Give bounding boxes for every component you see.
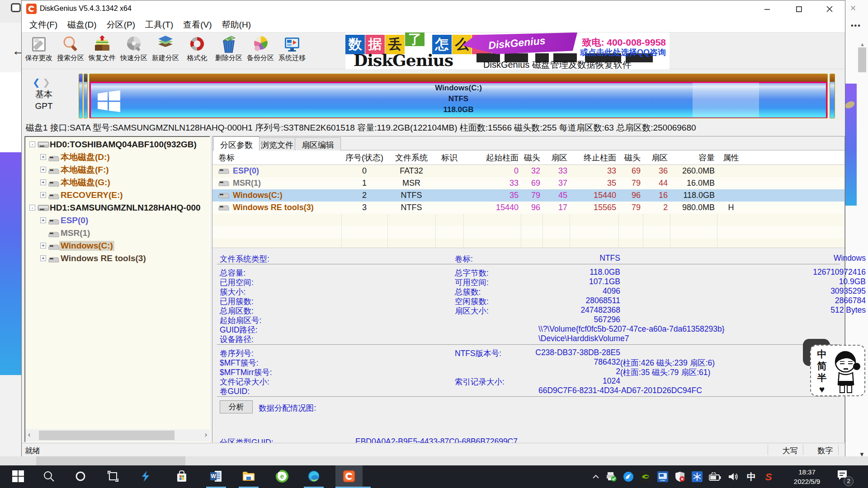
toolbar-system-migrate[interactable]: 系统迁移 xyxy=(277,34,307,68)
scrollbar-thumb[interactable] xyxy=(858,47,866,72)
partition-table: 卷标序号(状态)文件系统标识起始柱面磁头扇区终止柱面磁头扇区容量属性ESP(0)… xyxy=(212,150,844,248)
tree-expander-icon[interactable]: + xyxy=(40,179,46,185)
background-window-left: ← xyxy=(0,0,21,456)
toolbar-new-partition[interactable]: 新建分区 xyxy=(150,34,181,68)
tree-item-hd0-toshibamq04abf100-932gb-[interactable]: -HD0:TOSHIBAMQ04ABF100(932GB) xyxy=(25,138,210,151)
ime-status-widget[interactable]: 中简半♥ xyxy=(810,345,865,396)
taskbar-word-icon[interactable]: W xyxy=(203,465,230,487)
tree-expander-icon[interactable]: + xyxy=(40,192,46,198)
tray-chevron-up-icon[interactable] xyxy=(592,473,599,480)
tree-item-windows-c-[interactable]: +Windows(C:) xyxy=(25,239,210,252)
partition-icon xyxy=(48,192,59,202)
scroll-right-icon[interactable]: › xyxy=(205,431,207,439)
scrollbar-up-icon[interactable]: ▲ xyxy=(860,42,865,47)
tab-2[interactable]: 扇区编辑 xyxy=(295,137,341,150)
taskbar-explorer-icon[interactable] xyxy=(235,465,262,487)
tree-horizontal-scrollbar[interactable]: ‹ › xyxy=(25,429,210,441)
tree-item--f-[interactable]: +本地磁盘(F:) xyxy=(25,164,210,176)
taskbar-start-icon[interactable] xyxy=(5,465,32,487)
system-migrate-icon xyxy=(277,35,307,53)
minimize-button[interactable] xyxy=(754,0,780,18)
tray-defender-icon[interactable] xyxy=(675,471,685,482)
tree-expander-icon[interactable]: - xyxy=(29,205,35,211)
table-row-esp-0-[interactable]: ESP(0)0FAT3203233336936260.0MB xyxy=(212,165,844,177)
tray-intel-icon[interactable]: intel xyxy=(657,471,668,482)
menu-bar: 文件(F)磁盘(D)分区(P)工具(T)查看(V)帮助(H) xyxy=(22,18,845,32)
taskbar-clock[interactable]: 18:372022/5/9 xyxy=(784,467,830,486)
menu-5[interactable]: 帮助(H) xyxy=(217,17,256,33)
tree-expander-icon[interactable]: + xyxy=(40,154,46,160)
tree-item-recovery-e-[interactable]: +RECOVERY(E:) xyxy=(25,189,210,202)
partition-block-winre[interactable] xyxy=(830,74,835,118)
detail-row: 总扇区数:247482368扇区大小:512 Bytes xyxy=(212,305,844,315)
menu-1[interactable]: 磁盘(D) xyxy=(62,17,101,33)
taskbar-taskview-icon[interactable] xyxy=(99,465,127,487)
detail-row: 总容量:118.0GB总字节数:126710972416 xyxy=(212,267,844,277)
partition-block-esp[interactable] xyxy=(79,74,83,118)
tree-expander-icon[interactable]: + xyxy=(40,255,46,261)
menu-0[interactable]: 文件(F) xyxy=(24,17,62,33)
scroll-left-icon[interactable]: ‹ xyxy=(28,431,30,439)
tray-nvidia-icon[interactable] xyxy=(640,471,651,482)
toolbar-quick-partition[interactable]: 快速分区 xyxy=(118,34,149,68)
taskbar-bolt-icon[interactable] xyxy=(132,465,159,487)
taskbar-cortana-icon[interactable] xyxy=(67,465,94,487)
partition-icon xyxy=(48,217,59,227)
table-row-windows-re-tools-3-[interactable]: Windows RE tools(3)3NTFS1544096171556579… xyxy=(212,202,844,214)
menu-3[interactable]: 工具(T) xyxy=(140,17,178,33)
analyze-button[interactable]: 分析 xyxy=(220,400,253,413)
num-indicator: 数字 xyxy=(808,446,842,456)
taskbar-edge-icon[interactable] xyxy=(300,465,327,487)
partition-icon xyxy=(218,205,229,211)
tray-battery-icon[interactable] xyxy=(709,472,722,481)
tab-0[interactable]: 分区参数 xyxy=(213,136,259,150)
taskbar-diskgenius-icon[interactable] xyxy=(335,465,363,487)
tree-item-esp-0-[interactable]: +ESP(0) xyxy=(25,214,210,227)
detail-row: 文件系统类型:NTFS卷标:Windows xyxy=(212,253,844,263)
maximize-button[interactable] xyxy=(786,0,812,18)
toolbar-recover-files[interactable]: 恢复文件 xyxy=(87,34,118,68)
disk-tree-panel: -HD0:TOSHIBAMQ04ABF100(932GB)+本地磁盘(D:)+本… xyxy=(24,136,210,442)
tray-speaker-icon[interactable] xyxy=(728,472,740,482)
banner-qq-link[interactable]: 或点击此处选择QQ咨询 xyxy=(580,47,666,58)
partition-block-msr[interactable] xyxy=(84,74,88,118)
partition-icon xyxy=(48,179,59,189)
tab-1[interactable]: 浏览文件 xyxy=(254,137,300,150)
tree-item--g-[interactable]: +本地磁盘(G:) xyxy=(25,176,210,189)
menu-4[interactable]: 查看(V) xyxy=(178,17,217,33)
tray-printer-icon[interactable] xyxy=(606,472,617,482)
toolbar-backup-partition[interactable]: 备份分区 xyxy=(245,34,276,68)
tree-item-hd1-samsungmznln128hahq-000[interactable]: -HD1:SAMSUNGMZNLN128HAHQ-000 xyxy=(25,202,210,214)
taskbar-ie-icon[interactable]: e xyxy=(269,465,296,487)
toolbar-search-partition[interactable]: 搜索分区 xyxy=(55,34,86,68)
toolbar-delete-partition[interactable]: 删除分区 xyxy=(213,34,244,68)
backup-partition-icon xyxy=(245,35,276,53)
tree-scroll-thumb[interactable] xyxy=(39,431,175,440)
detail-row: $MFTMirr簇号:2 (柱面:35 磁头:79 扇区:61) xyxy=(212,367,844,376)
taskbar-store-icon[interactable] xyxy=(168,465,195,487)
tree-expander-icon[interactable]: - xyxy=(29,141,35,147)
ad-banner[interactable]: 数据丢了怎么! DiskGenius DiskGenius 致电: 400-00… xyxy=(345,33,670,69)
disk-type-label: 基本 xyxy=(30,89,58,100)
tray-bird-icon[interactable] xyxy=(623,471,634,482)
tree-expander-icon[interactable]: + xyxy=(40,217,46,223)
menu-2[interactable]: 分区(P) xyxy=(102,17,140,33)
close-button[interactable] xyxy=(816,0,843,18)
tree-expander-icon[interactable]: + xyxy=(40,167,46,173)
table-row-windows-c-[interactable]: Windows(C:)2NTFS357945154409616118.0GB xyxy=(212,189,844,202)
partition-icon xyxy=(218,180,229,187)
table-row-msr-1-[interactable]: MSR(1)1MSR33693735794416.0MB xyxy=(212,177,844,189)
partition-icon xyxy=(48,243,59,253)
tray-lang-zh-icon[interactable]: 中 xyxy=(746,471,757,482)
tree-item-msr-1-[interactable]: MSR(1) xyxy=(25,227,210,239)
taskbar-search-icon[interactable] xyxy=(35,465,62,487)
disk-icon xyxy=(38,141,49,151)
tree-expander-icon[interactable]: + xyxy=(40,243,46,249)
tray-sogou-icon[interactable]: S xyxy=(763,471,774,482)
tray-snowflake-icon[interactable] xyxy=(692,471,703,482)
toolbar-save[interactable]: 保存更改 xyxy=(24,34,54,68)
toolbar-format[interactable]: 格式化 xyxy=(182,34,212,68)
disk-nav-arrows[interactable]: ❮ ❯ xyxy=(33,77,50,88)
tree-item-windows-re-tools-3-[interactable]: +Windows RE tools(3) xyxy=(25,252,210,265)
tree-item--d-[interactable]: +本地磁盘(D:) xyxy=(25,151,210,164)
